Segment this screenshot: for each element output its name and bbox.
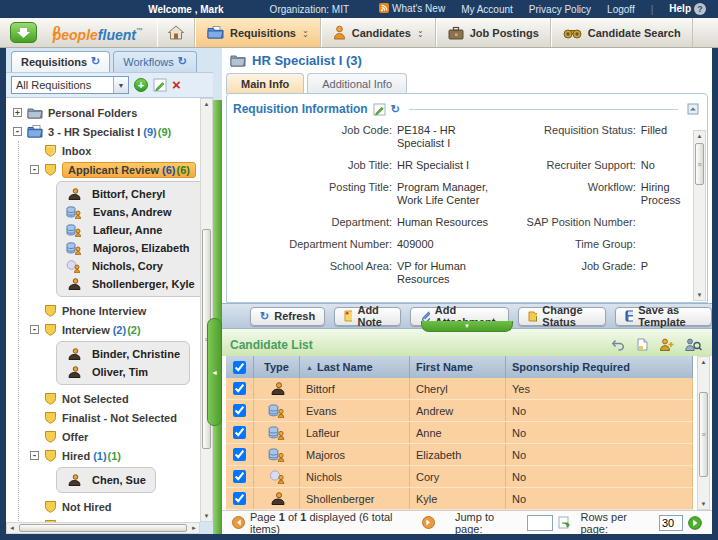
table-row[interactable]: Majoros Elizabeth No (226, 444, 693, 466)
tree-node-personal-folders[interactable]: + Personal Folders (6, 103, 200, 122)
tree-node-hr-specialist[interactable]: - 3 - HR Specialist I (9)(9) (6, 122, 200, 141)
collapse-section-pill[interactable]: ▼ (421, 321, 513, 332)
scroll-up-icon[interactable]: ▲ (698, 359, 709, 365)
nav-tab-job-postings[interactable]: Job Postings (436, 18, 551, 47)
nav-tab-candidate-search[interactable]: Candidate Search (551, 18, 693, 47)
tree-node-not-selected[interactable]: Not Selected (6, 389, 200, 408)
table-row[interactable]: Evans Andrew No (226, 400, 693, 422)
home-button[interactable] (157, 18, 195, 47)
scroll-down-icon[interactable]: ▼ (694, 292, 705, 298)
jump-to-page-input[interactable] (527, 515, 553, 531)
scroll-left-icon[interactable]: ◄ (9, 525, 15, 531)
candidate-item[interactable]: Majoros, Elizabeth (66, 239, 195, 257)
collapse-icon[interactable]: - (13, 127, 22, 136)
change-status-button[interactable]: Change Status (518, 307, 606, 326)
rows-per-page-input[interactable] (659, 515, 683, 531)
row-checkbox[interactable] (233, 492, 246, 505)
table-row[interactable]: Lafleur Anne No (226, 422, 693, 444)
table-row[interactable]: Bittorf Cheryl Yes (226, 378, 693, 400)
candidate-item[interactable]: Evans, Andrew (66, 203, 195, 221)
revert-button[interactable] (611, 339, 626, 351)
collapse-icon[interactable]: - (30, 165, 39, 174)
tree-node-offer[interactable]: Offer (6, 427, 200, 446)
refresh-icon[interactable]: ↻ (178, 55, 187, 68)
view-document-button[interactable] (637, 338, 648, 351)
nav-tab-requisitions[interactable]: Requisitions ⌄⌄ (195, 18, 321, 47)
candidate-item[interactable]: Oliver, Tim (66, 363, 180, 381)
add-folder-button[interactable]: + (134, 78, 148, 92)
add-candidate-button[interactable] (659, 338, 674, 351)
scroll-up-icon[interactable]: ▲ (201, 101, 212, 107)
next-page-button[interactable] (422, 516, 435, 529)
add-note-button[interactable]: Add Note (334, 307, 401, 326)
candidate-item[interactable]: Nichols, Cory (66, 257, 195, 275)
scroll-down-icon[interactable]: ▼ (201, 513, 212, 519)
select-all-checkbox[interactable] (233, 361, 246, 374)
tab-requisitions[interactable]: Requisitions ↻ (11, 51, 110, 72)
candidate-item[interactable]: Bittorf, Cheryl (66, 185, 195, 203)
row-checkbox[interactable] (233, 426, 246, 439)
my-account-link[interactable]: My Account (461, 4, 513, 15)
column-header-last-name[interactable]: ▲Last Name (300, 356, 410, 378)
splitter-handle[interactable]: ◄ (207, 318, 222, 426)
privacy-policy-link[interactable]: Privacy Policy (529, 4, 591, 15)
expand-icon[interactable]: + (13, 108, 22, 117)
tree-node-hired[interactable]: - Hired (1)(1) (6, 446, 200, 465)
scroll-right-icon[interactable]: ► (191, 525, 197, 531)
row-checkbox[interactable] (233, 404, 246, 417)
scrollbar-thumb[interactable]: ≡ (699, 392, 708, 477)
table-row[interactable]: Nichols Cory No (226, 466, 693, 488)
select-chevron-icon[interactable]: ▼ (113, 77, 128, 93)
requisition-info-scrollbar[interactable]: ▲ ≡ ▼ (693, 130, 706, 301)
tree-node-inbox[interactable]: Inbox (6, 141, 200, 160)
column-header-type[interactable]: Type (254, 356, 300, 378)
tree-node-not-hired[interactable]: Not Hired (6, 497, 200, 516)
row-checkbox[interactable] (233, 448, 246, 461)
scroll-up-icon[interactable]: ▲ (694, 133, 705, 139)
rows-go-button[interactable] (688, 516, 702, 530)
tab-additional-info[interactable]: Additional Info (307, 73, 407, 94)
save-as-template-button[interactable]: Save as Template (615, 307, 712, 326)
collapse-icon[interactable]: - (30, 451, 39, 460)
column-header-first-name[interactable]: First Name (410, 356, 506, 378)
nav-tab-candidates[interactable]: Candidates ⌄⌄ (321, 18, 436, 47)
column-header-sponsorship[interactable]: Sponsorship Required (506, 356, 693, 378)
search-candidates-button[interactable] (685, 338, 702, 351)
tab-main-info[interactable]: Main Info (226, 73, 304, 94)
whats-new-link[interactable]: What's New (379, 3, 445, 15)
help-link[interactable]: Help? (669, 3, 706, 15)
scroll-down-icon[interactable]: ▼ (698, 501, 709, 507)
tree-node-interview[interactable]: - Interview (2)(2) (6, 320, 200, 339)
collapse-section-button[interactable] (687, 103, 699, 115)
refresh-icon[interactable]: ↻ (91, 55, 100, 68)
refresh-button[interactable]: ↻ Refresh (250, 307, 325, 326)
table-vertical-scrollbar[interactable]: ▲ ≡ ▼ (697, 356, 710, 510)
collapse-icon[interactable]: - (30, 325, 39, 334)
tree-node-finalist-not-selected[interactable]: Finalist - Not Selected (6, 408, 200, 427)
tab-workflows[interactable]: Workflows ↻ (113, 51, 197, 72)
scrollbar-thumb[interactable] (19, 524, 187, 532)
requisition-filter-select[interactable]: All Requisitions ▼ (11, 76, 129, 94)
candidate-item[interactable]: Shollenberger, Kyle (66, 275, 195, 293)
edit-requisition-button[interactable] (373, 103, 386, 116)
delete-folder-button[interactable]: × (172, 79, 181, 91)
tree-horizontal-scrollbar[interactable]: ◄ ► (6, 522, 200, 534)
tree-node-phone-interview[interactable]: Phone Interview (6, 301, 200, 320)
candidate-item[interactable]: Chen, Sue (66, 471, 146, 489)
panel-splitter[interactable]: ◄ (213, 100, 222, 534)
previous-page-button[interactable] (232, 516, 245, 529)
tree-vertical-scrollbar[interactable]: ▲ ≡ ▼ (200, 98, 213, 522)
refresh-icon[interactable]: ↻ (391, 103, 400, 116)
logoff-link[interactable]: Logoff (607, 4, 635, 15)
jump-go-button[interactable] (558, 516, 571, 529)
edit-folder-button[interactable] (153, 78, 167, 92)
row-checkbox[interactable] (233, 382, 246, 395)
candidate-item[interactable]: Binder, Christine (66, 345, 180, 363)
table-row[interactable]: Shollenberger Kyle No (226, 488, 693, 510)
cell-last-name: Majoros (300, 444, 410, 465)
applicant-review-candidates-card: Bittorf, Cheryl Evans, Andrew Lafleur, A… (56, 181, 200, 297)
row-checkbox[interactable] (233, 470, 246, 483)
candidate-item[interactable]: Lafleur, Anne (66, 221, 195, 239)
tree-node-applicant-review[interactable]: - Applicant Review (6)(6) (6, 160, 200, 179)
scrollbar-thumb[interactable]: ≡ (695, 143, 704, 185)
